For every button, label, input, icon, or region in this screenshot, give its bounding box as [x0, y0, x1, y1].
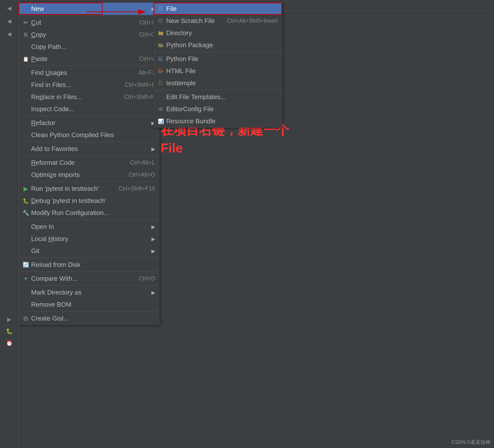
paste-shortcut: Ctrl+V [139, 56, 155, 62]
sep9 [19, 272, 159, 272]
sidebar-icon-clock[interactable]: ⏰ [3, 337, 15, 349]
svg-text:+: + [162, 21, 163, 23]
submenu-item-edit-templates[interactable]: Edit File Templates... [154, 91, 282, 103]
submenu-item-new-scratch[interactable]: + New Scratch File Ctrl+Alt+Shift+Insert [154, 15, 282, 27]
optimize-label: Optimize Imports [31, 171, 124, 179]
svg-text:T: T [159, 82, 161, 85]
menu-item-modify-run[interactable]: 🔧 Modify Run Configuration... [19, 207, 159, 219]
resource-bundle-icon: 📊 [157, 118, 165, 124]
file-label: File [166, 5, 278, 13]
menu-item-reformat-code[interactable]: Reformat Code Ctrl+Alt+L [19, 157, 159, 169]
testtemple-icon: T [157, 81, 165, 86]
menu-item-paste[interactable]: 📋 Paste Ctrl+V [19, 53, 159, 65]
gist-icon: ⊙ [22, 315, 30, 322]
menu-item-remove-bom[interactable]: Remove BOM [19, 299, 159, 311]
testtemple-label: testtemple [166, 79, 278, 87]
submenu-item-python-package[interactable]: py Python Package [154, 39, 282, 51]
sep11 [19, 311, 159, 312]
file-submenu: File + New Scratch File Ctrl+Alt+Shift+I… [154, 2, 282, 128]
svg-text:py: py [159, 58, 162, 60]
new-scratch-shortcut: Ctrl+Alt+Shift+Insert [227, 18, 278, 24]
add-favorites-label: Add to Favorites [31, 145, 149, 153]
edit-templates-label: Edit File Templates... [166, 93, 278, 101]
menu-item-open-in[interactable]: Open In ▶ [19, 221, 159, 233]
submenu-item-editorconfig[interactable]: ⚙ EditorConfig File [154, 103, 282, 115]
new-scratch-label: New Scratch File [166, 17, 222, 25]
submenu-item-testtemple[interactable]: T testtemple [154, 77, 282, 89]
menu-item-add-favorites[interactable]: Add to Favorites ▶ [19, 143, 159, 155]
menu-item-find-usages[interactable]: Find Usages Alt+F7 [19, 67, 159, 79]
svg-text:HTML: HTML [159, 70, 164, 72]
watermark: CSDN ©老孟说神 [452, 439, 490, 446]
find-usages-shortcut: Alt+F7 [139, 69, 155, 76]
debug-pytest-label: Debug 'pytest in testteach' [31, 197, 155, 205]
paste-label: Paste [31, 55, 134, 63]
testtemple-svg-icon: T [158, 81, 164, 86]
menu-item-local-history[interactable]: Local History ▶ [19, 233, 159, 245]
submenu-item-file[interactable]: File [154, 3, 282, 15]
copy-shortcut: Ctrl+C [139, 31, 155, 38]
reformat-shortcut: Ctrl+Alt+L [130, 159, 155, 166]
menu-item-clean-compiled[interactable]: Clean Python Compiled Files [19, 129, 159, 141]
menu-item-replace-in-files[interactable]: Replace in Files... Ctrl+Shift+R [19, 91, 159, 103]
open-in-arrow: ▶ [151, 224, 155, 230]
directory-svg-icon [158, 31, 164, 35]
local-history-label: Local History [31, 235, 149, 243]
cut-shortcut: Ctrl+X [139, 19, 155, 26]
menu-item-debug-pytest[interactable]: 🐛 Debug 'pytest in testteach' [19, 195, 159, 207]
menu-item-reload-disk[interactable]: 🔄 Reload from Disk [19, 259, 159, 271]
reformat-label: Reformat Code [31, 159, 125, 167]
modify-run-label: Modify Run Configuration... [31, 209, 155, 217]
sidebar-icon-run[interactable]: ▶ [3, 314, 15, 325]
svg-text:py: py [160, 44, 162, 47]
menu-item-compare-with[interactable]: ✦ Compare With... Ctrl+D [19, 273, 159, 285]
menu-item-copy[interactable]: ⎘ Copy Ctrl+C [19, 29, 159, 41]
menu-item-git[interactable]: Git ▶ [19, 245, 159, 257]
copy-label: Copy [31, 31, 134, 39]
sidebar-icon-1[interactable]: ◀ [3, 2, 15, 14]
menu-item-create-gist[interactable]: ⊙ Create Gist... [19, 312, 159, 324]
sep1 [19, 16, 159, 16]
file-svg-icon [158, 6, 164, 12]
sidebar-icon-2[interactable]: ◀ [3, 15, 15, 27]
scratch-svg-icon: + [158, 19, 163, 23]
submenu-item-html-file[interactable]: HTML HTML File [154, 65, 282, 77]
menu-item-run-pytest[interactable]: ▶ Run 'pytest in testteach' Ctrl+Shift+F… [19, 183, 159, 195]
inspect-code-label: Inspect Code... [31, 105, 155, 113]
sidebar-icon-3[interactable]: ◀ [3, 28, 15, 40]
html-file-icon: HTML [157, 68, 165, 74]
directory-icon [157, 31, 165, 35]
replace-in-files-label: Replace in Files... [31, 93, 119, 101]
copy-icon: ⎘ [22, 32, 30, 38]
submenu-sep1 [154, 52, 282, 52]
modify-icon: 🔧 [22, 210, 30, 216]
sidebar-icon-debug[interactable]: 🐛 [3, 325, 15, 337]
menu-item-mark-directory[interactable]: Mark Directory as ▶ [19, 286, 159, 299]
editorconfig-label: EditorConfig File [166, 105, 278, 113]
editorconfig-icon: ⚙ [157, 106, 165, 112]
cut-icon: ✂ [22, 20, 30, 26]
menu-item-refactor[interactable]: Refactor ▶ [19, 117, 159, 129]
annotation-line2: File [161, 141, 183, 155]
compare-icon: ✦ [22, 276, 30, 282]
menu-item-optimize-imports[interactable]: Optimize Imports Ctrl+Alt+O [19, 169, 159, 181]
paste-icon: 📋 [22, 56, 30, 62]
replace-in-files-shortcut: Ctrl+Shift+R [124, 94, 155, 100]
debug-icon: 🐛 [22, 198, 30, 204]
submenu-item-directory[interactable]: Directory [154, 27, 282, 39]
remove-bom-label: Remove BOM [31, 301, 155, 308]
menu-item-copy-path[interactable]: Copy Path... [19, 41, 159, 53]
menu-item-inspect-code[interactable]: Inspect Code... [19, 103, 159, 115]
submenu-item-python-file[interactable]: py Python File [154, 53, 282, 65]
menu-item-cut[interactable]: ✂ Cut Ctrl+X [19, 17, 159, 29]
menu-item-new[interactable]: New ▶ [19, 3, 159, 15]
reload-disk-label: Reload from Disk [31, 261, 155, 269]
directory-label: Directory [166, 29, 278, 37]
python-package-label: Python Package [166, 41, 278, 49]
mark-dir-arrow: ▶ [151, 290, 155, 296]
python-package-icon: py [157, 43, 165, 47]
menu-item-find-in-files[interactable]: Find in Files... Ctrl+Shift+F [19, 79, 159, 91]
sep5 [19, 156, 159, 156]
sep10 [19, 285, 159, 286]
submenu-item-resource-bundle[interactable]: 📊 Resource Bundle [154, 115, 282, 127]
